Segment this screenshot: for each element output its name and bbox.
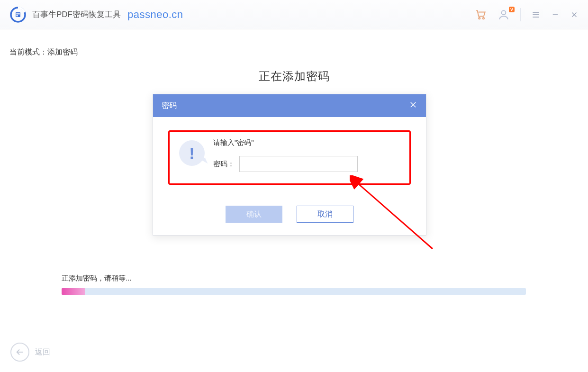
titlebar: 百事牛PDF密码恢复工具 passneo.cn V [0, 0, 588, 29]
app-domain: passneo.cn [127, 9, 183, 21]
app-title: 百事牛PDF密码恢复工具 [32, 9, 121, 20]
exclamation-icon: ! [179, 140, 205, 166]
user-icon[interactable]: V [498, 9, 510, 21]
vip-badge: V [509, 7, 515, 12]
password-field-row: 密码： [213, 156, 358, 172]
svg-point-6 [483, 17, 484, 18]
close-icon[interactable] [570, 10, 579, 19]
page-title: 正在添加密码 [0, 69, 588, 84]
minimize-icon[interactable] [551, 10, 560, 19]
svg-rect-2 [17, 13, 18, 14]
dialog-close-icon[interactable] [409, 100, 417, 111]
cancel-button[interactable]: 取消 [297, 206, 353, 223]
progress-bar [62, 288, 526, 295]
dialog-header: 密码 [153, 94, 426, 117]
menu-icon[interactable] [531, 10, 541, 19]
app-logo-icon [9, 6, 27, 23]
mode-value: 添加密码 [47, 48, 78, 56]
password-label: 密码： [213, 160, 235, 169]
titlebar-controls: V [475, 8, 579, 21]
confirm-button[interactable]: 确认 [226, 206, 282, 223]
back-arrow-icon [10, 343, 29, 362]
dialog-buttons: 确认 取消 [168, 206, 411, 223]
back-button[interactable]: 返回 [10, 343, 50, 362]
progress-label: 正添加密码，请稍等... [62, 274, 132, 283]
dialog-content: 请输入"密码" 密码： [213, 138, 358, 172]
back-label: 返回 [35, 347, 50, 357]
svg-point-7 [502, 10, 506, 15]
cart-icon[interactable] [475, 9, 487, 21]
svg-rect-4 [17, 15, 18, 16]
current-mode-label: 当前模式：添加密码 [9, 47, 78, 57]
dialog-title: 密码 [162, 101, 177, 111]
dialog-body: ! 请输入"密码" 密码： 确认 取消 [153, 117, 426, 232]
dialog-prompt: 请输入"密码" [213, 138, 358, 147]
password-dialog: 密码 ! 请输入"密码" 密码： 确认 取消 [153, 94, 426, 236]
svg-point-5 [479, 17, 480, 18]
mode-prefix: 当前模式： [9, 48, 47, 56]
divider [520, 8, 521, 21]
highlight-annotation: ! 请输入"密码" 密码： [168, 130, 411, 185]
password-input[interactable] [239, 156, 358, 172]
svg-rect-3 [18, 13, 20, 14]
progress-fill [62, 288, 85, 295]
